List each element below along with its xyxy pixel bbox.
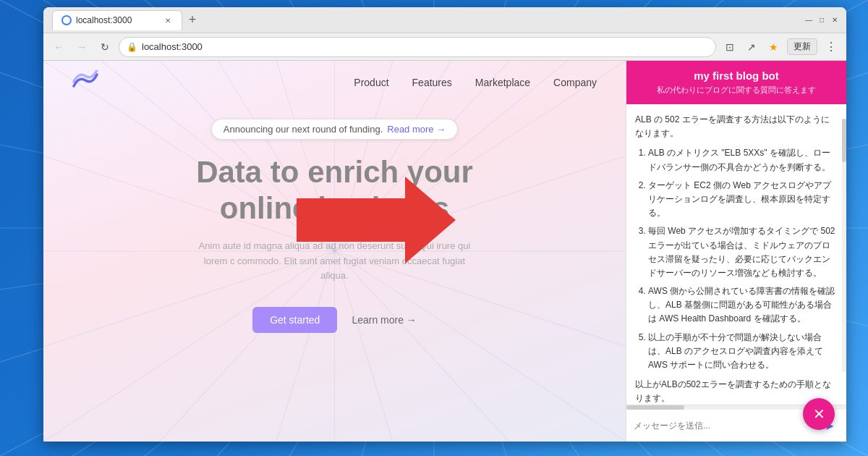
- chat-closing: 以上がALBの502エラーを調査するための手順となります。: [635, 378, 838, 405]
- chat-panel: my first blog bot 私の代わりにブログに関する質問に答えます A…: [626, 61, 846, 442]
- svg-marker-61: [297, 177, 456, 263]
- get-started-button[interactable]: Get started: [252, 307, 337, 333]
- read-more-link[interactable]: Read more →: [387, 124, 446, 135]
- big-arrow: [297, 177, 456, 266]
- chat-step-4: AWS 側から公開されている障害書の情報を確認し、ALB 基盤側に問題がある可能…: [648, 284, 838, 326]
- site-navbar: Product Features Marketplace Company: [43, 61, 626, 104]
- url-text: localhost:3000: [142, 41, 203, 52]
- announcement-text: Announcing our next round of funding.: [224, 124, 383, 135]
- chat-title: my first blog bot: [638, 69, 835, 82]
- website: Product Features Marketplace Company Ann…: [43, 61, 626, 442]
- minimize-button[interactable]: —: [803, 14, 814, 26]
- nav-product[interactable]: Product: [354, 77, 388, 88]
- back-button[interactable]: ←: [49, 38, 68, 56]
- browser-content: Product Features Marketplace Company Ann…: [43, 61, 846, 442]
- tab-favicon: [61, 15, 72, 25]
- address-actions: ⊡ ↗ ★: [720, 38, 783, 56]
- share-icon[interactable]: ↗: [742, 38, 761, 56]
- browser-window: localhost:3000 ✕ + — □ ✕ ← → ↻ 🔒 localho…: [43, 7, 846, 442]
- svg-point-36: [63, 17, 70, 24]
- browser-menu-button[interactable]: ⋮: [822, 38, 841, 56]
- learn-more-button[interactable]: Learn more →: [352, 314, 416, 326]
- close-button[interactable]: ✕: [829, 14, 841, 26]
- chat-subtitle: 私の代わりにブログに関する質問に答えます: [638, 85, 835, 96]
- hero-actions: Get started Learn more →: [252, 307, 417, 333]
- site-logo: [72, 70, 98, 96]
- chat-step-5: 以上の手順が不十分で問題が解決しない場合は、ALB のアクセスログや調査内容を添…: [648, 331, 838, 373]
- chat-body[interactable]: ALB の 502 エラーを調査する方法は以下のようになります。 ALB のメト…: [626, 104, 846, 405]
- tab-title: localhost:3000: [76, 15, 132, 25]
- chat-header: my first blog bot 私の代わりにブログに関する質問に答えます: [626, 61, 846, 104]
- announcement-bar: Announcing our next round of funding. Re…: [211, 119, 458, 140]
- chat-intro: ALB の 502 エラーを調査する方法は以下のようになります。: [635, 113, 838, 140]
- url-bar[interactable]: 🔒 localhost:3000: [119, 37, 716, 57]
- translate-icon[interactable]: ⊡: [720, 38, 739, 56]
- bookmark-icon[interactable]: ★: [764, 38, 783, 56]
- forward-button[interactable]: →: [72, 38, 91, 56]
- nav-links: Product Features Marketplace Company: [354, 77, 597, 88]
- refresh-button[interactable]: ↻: [95, 38, 114, 56]
- chat-message: ALB の 502 エラーを調査する方法は以下のようになります。 ALB のメト…: [635, 113, 838, 405]
- title-bar: localhost:3000 ✕ + — □ ✕: [43, 7, 846, 33]
- tab-area: localhost:3000 ✕ +: [49, 10, 800, 30]
- chat-input[interactable]: [634, 421, 813, 431]
- nav-features[interactable]: Features: [412, 77, 452, 88]
- lock-icon: 🔒: [127, 42, 137, 52]
- chat-scrollbar-thumb[interactable]: [842, 119, 846, 162]
- chat-scrollbar[interactable]: [842, 119, 846, 372]
- nav-marketplace[interactable]: Marketplace: [475, 77, 530, 88]
- chat-step-1: ALB のメトリクス "ELB 5XXs" を確認し、ロードバランサー側の不具合…: [648, 146, 838, 174]
- tab-close-button[interactable]: ✕: [163, 15, 173, 25]
- horizontal-scrollbar-thumb[interactable]: [626, 405, 684, 410]
- chat-step-2: ターゲット EC2 側の Web アクセスログやアプリケーションログを調査し、根…: [648, 179, 838, 221]
- new-tab-button[interactable]: +: [182, 10, 203, 30]
- maximize-button[interactable]: □: [816, 14, 827, 26]
- update-button[interactable]: 更新: [787, 38, 817, 55]
- address-bar: ← → ↻ 🔒 localhost:3000 ⊡ ↗ ★ 更新 ⋮: [43, 33, 846, 61]
- chat-steps-list: ALB のメトリクス "ELB 5XXs" を確認し、ロードバランサー側の不具合…: [635, 146, 838, 372]
- window-controls: — □ ✕: [803, 14, 841, 26]
- fab-button[interactable]: ✕: [803, 398, 835, 430]
- browser-tab[interactable]: localhost:3000 ✕: [52, 10, 182, 30]
- nav-company[interactable]: Company: [553, 77, 597, 88]
- chat-step-3: 毎回 Web アクセスが増加するタイミングで 502 エラーが出ている場合は、ミ…: [648, 224, 838, 280]
